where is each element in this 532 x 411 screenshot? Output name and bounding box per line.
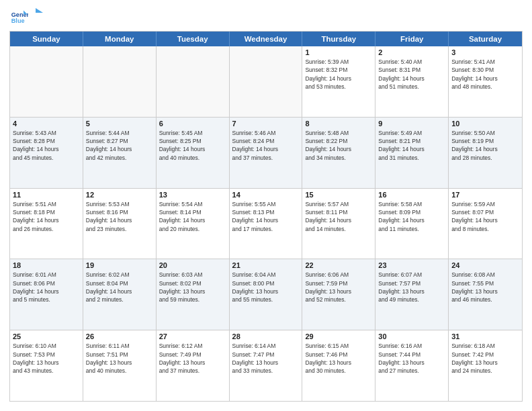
day-info: Sunrise: 5:39 AM Sunset: 8:32 PM Dayligh… [305,58,372,91]
day-cell-5: 5Sunrise: 5:44 AM Sunset: 8:27 PM Daylig… [83,118,157,188]
calendar: SundayMondayTuesdayWednesdayThursdayFrid… [9,31,523,402]
day-cell-16: 16Sunrise: 5:58 AM Sunset: 8:09 PM Dayli… [375,189,449,259]
header-day-monday: Monday [83,32,157,46]
day-info: Sunrise: 6:16 AM Sunset: 7:44 PM Dayligh… [378,342,445,375]
day-cell-1: 1Sunrise: 5:39 AM Sunset: 8:32 PM Daylig… [302,46,375,117]
day-number: 24 [451,261,519,269]
day-info: Sunrise: 6:11 AM Sunset: 7:51 PM Dayligh… [86,342,153,375]
day-number: 30 [378,332,445,340]
day-cell-22: 22Sunrise: 6:06 AM Sunset: 7:59 PM Dayli… [302,259,375,330]
page: General Blue SundayMondayTuesdayWednesda… [0,0,532,411]
day-cell-7: 7Sunrise: 5:46 AM Sunset: 8:24 PM Daylig… [230,118,303,188]
day-cell-12: 12Sunrise: 5:53 AM Sunset: 8:16 PM Dayli… [83,189,157,259]
day-number: 26 [86,332,153,340]
svg-marker-4 [36,8,43,13]
day-info: Sunrise: 5:55 AM Sunset: 8:13 PM Dayligh… [232,200,300,233]
day-number: 5 [86,120,153,128]
week-row-2: 11Sunrise: 5:51 AM Sunset: 8:18 PM Dayli… [10,189,522,260]
day-info: Sunrise: 5:58 AM Sunset: 8:09 PM Dayligh… [378,200,445,233]
day-number: 15 [305,191,372,199]
day-info: Sunrise: 5:46 AM Sunset: 8:24 PM Dayligh… [232,129,300,162]
week-row-3: 18Sunrise: 6:01 AM Sunset: 8:06 PM Dayli… [10,259,522,330]
day-number: 2 [378,48,445,56]
day-cell-6: 6Sunrise: 5:45 AM Sunset: 8:25 PM Daylig… [157,118,230,188]
day-cell-9: 9Sunrise: 5:49 AM Sunset: 8:21 PM Daylig… [375,118,449,188]
svg-text:Blue: Blue [11,17,25,24]
day-info: Sunrise: 5:57 AM Sunset: 8:11 PM Dayligh… [305,200,372,233]
day-cell-24: 24Sunrise: 6:08 AM Sunset: 7:55 PM Dayli… [449,259,522,330]
day-number: 23 [378,261,445,269]
day-cell-17: 17Sunrise: 5:59 AM Sunset: 8:07 PM Dayli… [449,189,522,259]
day-number: 14 [232,191,300,199]
day-info: Sunrise: 6:08 AM Sunset: 7:55 PM Dayligh… [451,271,519,304]
day-info: Sunrise: 5:45 AM Sunset: 8:25 PM Dayligh… [159,129,226,162]
day-number: 22 [305,261,372,269]
header-day-sunday: Sunday [10,32,83,46]
day-cell-19: 19Sunrise: 6:02 AM Sunset: 8:04 PM Dayli… [83,259,157,330]
empty-cell-0-1 [83,46,157,117]
day-cell-20: 20Sunrise: 6:03 AM Sunset: 8:02 PM Dayli… [157,259,230,330]
day-number: 1 [305,48,372,56]
day-cell-27: 27Sunrise: 6:12 AM Sunset: 7:49 PM Dayli… [157,330,230,401]
day-cell-3: 3Sunrise: 5:41 AM Sunset: 8:30 PM Daylig… [449,46,522,117]
day-number: 4 [13,120,80,128]
day-cell-11: 11Sunrise: 5:51 AM Sunset: 8:18 PM Dayli… [10,189,83,259]
day-cell-8: 8Sunrise: 5:48 AM Sunset: 8:22 PM Daylig… [302,118,375,188]
empty-cell-0-2 [157,46,230,117]
day-info: Sunrise: 6:10 AM Sunset: 7:53 PM Dayligh… [13,342,80,375]
day-info: Sunrise: 5:51 AM Sunset: 8:18 PM Dayligh… [13,200,80,233]
day-cell-10: 10Sunrise: 5:50 AM Sunset: 8:19 PM Dayli… [449,118,522,188]
day-info: Sunrise: 6:06 AM Sunset: 7:59 PM Dayligh… [305,271,372,304]
empty-cell-0-3 [230,46,303,117]
day-cell-31: 31Sunrise: 6:18 AM Sunset: 7:42 PM Dayli… [449,330,522,401]
week-row-4: 25Sunrise: 6:10 AM Sunset: 7:53 PM Dayli… [10,330,522,401]
logo-bird-icon [28,5,43,20]
day-cell-15: 15Sunrise: 5:57 AM Sunset: 8:11 PM Dayli… [302,189,375,259]
day-info: Sunrise: 5:48 AM Sunset: 8:22 PM Dayligh… [305,129,372,162]
day-cell-21: 21Sunrise: 6:04 AM Sunset: 8:00 PM Dayli… [230,259,303,330]
logo: General Blue [9,7,43,26]
day-number: 19 [86,261,153,269]
day-number: 18 [13,261,80,269]
day-info: Sunrise: 6:12 AM Sunset: 7:49 PM Dayligh… [159,342,226,375]
header-day-saturday: Saturday [449,32,522,46]
day-info: Sunrise: 6:07 AM Sunset: 7:57 PM Dayligh… [378,271,445,304]
day-cell-28: 28Sunrise: 6:14 AM Sunset: 7:47 PM Dayli… [230,330,303,401]
day-info: Sunrise: 5:59 AM Sunset: 8:07 PM Dayligh… [451,200,519,233]
day-info: Sunrise: 5:41 AM Sunset: 8:30 PM Dayligh… [451,58,519,91]
header-day-wednesday: Wednesday [230,32,303,46]
day-info: Sunrise: 5:49 AM Sunset: 8:21 PM Dayligh… [378,129,445,162]
day-number: 6 [159,120,226,128]
day-number: 17 [451,191,519,199]
day-number: 10 [451,120,519,128]
empty-cell-0-0 [10,46,83,117]
day-cell-30: 30Sunrise: 6:16 AM Sunset: 7:44 PM Dayli… [375,330,449,401]
day-number: 16 [378,191,445,199]
day-info: Sunrise: 6:14 AM Sunset: 7:47 PM Dayligh… [232,342,300,375]
day-number: 28 [232,332,300,340]
day-info: Sunrise: 6:15 AM Sunset: 7:46 PM Dayligh… [305,342,372,375]
day-info: Sunrise: 5:43 AM Sunset: 8:28 PM Dayligh… [13,129,80,162]
day-info: Sunrise: 6:03 AM Sunset: 8:02 PM Dayligh… [159,271,226,304]
day-cell-23: 23Sunrise: 6:07 AM Sunset: 7:57 PM Dayli… [375,259,449,330]
day-number: 11 [13,191,80,199]
day-info: Sunrise: 5:53 AM Sunset: 8:16 PM Dayligh… [86,200,153,233]
logo-icon: General Blue [9,7,28,26]
day-number: 8 [305,120,372,128]
day-info: Sunrise: 6:04 AM Sunset: 8:00 PM Dayligh… [232,271,300,304]
day-number: 29 [305,332,372,340]
day-info: Sunrise: 5:50 AM Sunset: 8:19 PM Dayligh… [451,129,519,162]
day-number: 9 [378,120,445,128]
header-day-tuesday: Tuesday [157,32,230,46]
week-row-1: 4Sunrise: 5:43 AM Sunset: 8:28 PM Daylig… [10,118,522,189]
calendar-body: 1Sunrise: 5:39 AM Sunset: 8:32 PM Daylig… [10,46,522,401]
header-day-friday: Friday [375,32,449,46]
day-cell-26: 26Sunrise: 6:11 AM Sunset: 7:51 PM Dayli… [83,330,157,401]
week-row-0: 1Sunrise: 5:39 AM Sunset: 8:32 PM Daylig… [10,46,522,118]
day-number: 21 [232,261,300,269]
day-info: Sunrise: 5:40 AM Sunset: 8:31 PM Dayligh… [378,58,445,91]
day-cell-14: 14Sunrise: 5:55 AM Sunset: 8:13 PM Dayli… [230,189,303,259]
day-number: 3 [451,48,519,56]
day-cell-25: 25Sunrise: 6:10 AM Sunset: 7:53 PM Dayli… [10,330,83,401]
day-cell-29: 29Sunrise: 6:15 AM Sunset: 7:46 PM Dayli… [302,330,375,401]
